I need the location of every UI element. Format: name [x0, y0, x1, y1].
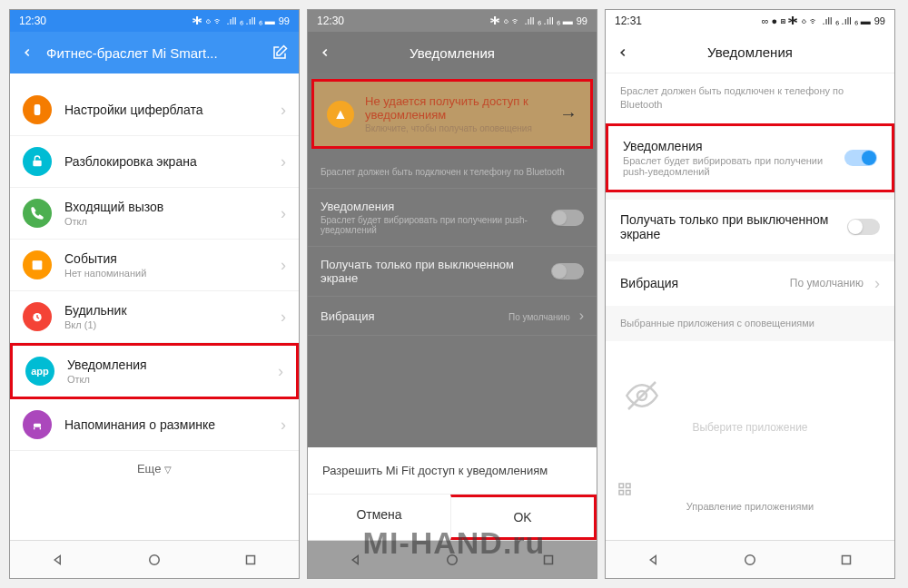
svg-point-10 — [448, 554, 458, 564]
setting-title: Уведомления — [623, 139, 834, 153]
svg-rect-7 — [40, 427, 41, 430]
settings-content: Браслет должен быть подключен к телефону… — [606, 74, 894, 540]
back-icon[interactable] — [319, 46, 331, 59]
unlock-icon — [23, 147, 52, 176]
item-label: Напоминания о разминке — [64, 417, 268, 432]
phone-icon — [23, 199, 52, 228]
item-label: События — [64, 251, 268, 266]
svg-rect-19 — [843, 555, 851, 564]
calendar-icon — [23, 250, 52, 279]
item-events[interactable]: СобытияНет напоминаний › — [10, 240, 299, 291]
time: 12:30 — [317, 15, 344, 27]
nav-back-icon[interactable] — [50, 552, 66, 568]
svg-rect-14 — [619, 484, 624, 488]
nav-back-icon[interactable] — [646, 552, 662, 568]
setting-sub: Браслет будет вибрировать при получении … — [623, 155, 834, 177]
row-screenoff[interactable]: Получать только при выключенном экране — [606, 200, 894, 254]
edit-icon[interactable] — [271, 44, 288, 61]
page-title: Фитнес-браслет Mi Smart... — [46, 45, 259, 61]
eye-off-icon — [624, 377, 876, 414]
ok-button[interactable]: OK — [450, 495, 597, 540]
chevron-right-icon: › — [278, 362, 283, 381]
cancel-button[interactable]: Отмена — [308, 495, 450, 540]
nav-back-icon[interactable] — [348, 552, 364, 568]
permission-dialog: Разрешить Mi Fit доступ к уведомлениям О… — [308, 447, 597, 540]
nav-bar — [308, 540, 597, 578]
time: 12:31 — [615, 15, 642, 27]
row-screenoff: Получать только при выключенном экране — [308, 247, 597, 297]
item-sub: Откл — [67, 374, 265, 385]
alert-sub: Включите, чтобы получать оповещения — [365, 123, 548, 133]
setting-value: По умолчанию — [790, 277, 864, 289]
item-sub: Нет напоминаний — [64, 268, 268, 279]
back-icon[interactable] — [617, 46, 629, 59]
item-idle[interactable]: Напоминания о разминке › — [10, 399, 299, 451]
setting-title: Вибрация — [620, 276, 779, 290]
svg-rect-11 — [545, 555, 553, 564]
item-sub: Вкл (1) — [64, 319, 268, 330]
svg-rect-17 — [627, 491, 631, 495]
item-label: Разблокировка экрана — [64, 154, 268, 169]
alert-title: Не удается получить доступ к уведомления… — [365, 94, 548, 122]
more-button[interactable]: Еще ▽ — [10, 451, 299, 486]
chevron-right-icon: › — [281, 416, 286, 435]
chair-icon — [23, 410, 52, 439]
back-icon[interactable] — [21, 46, 34, 59]
access-alert[interactable]: ▲ Не удается получить доступ к уведомлен… — [311, 79, 593, 149]
empty-state: Выберите приложение — [606, 341, 894, 470]
toggle-notifications[interactable] — [844, 150, 877, 166]
nav-home-icon[interactable] — [742, 552, 758, 568]
item-call[interactable]: Входящий вызовОткл › — [10, 188, 299, 240]
chevron-right-icon: › — [281, 152, 286, 172]
row-notifications[interactable]: Уведомления Браслет будет вибрировать пр… — [606, 123, 894, 192]
nav-recent-icon[interactable] — [838, 552, 854, 568]
screen-2: 12:30 ✱ ⊙ ᯤ .ıll ₆ .ıll ₆ ▬ 99 Уведомлен… — [307, 9, 597, 579]
bluetooth-info: Браслет должен быть подключен к телефону… — [606, 74, 894, 123]
page-title: Уведомления — [344, 45, 560, 61]
svg-rect-16 — [619, 491, 624, 495]
nav-home-icon[interactable] — [444, 552, 460, 568]
item-notifications[interactable]: app УведомленияОткл › — [10, 343, 299, 399]
item-watchface[interactable]: Настройки циферблата › — [10, 84, 299, 136]
dialog-message: Разрешить Mi Fit доступ к уведомлениям — [308, 447, 597, 494]
item-unlock[interactable]: Разблокировка экрана › — [10, 136, 299, 188]
row-vibration: Вибрация По умолчанию › — [308, 297, 597, 336]
nav-bar — [10, 540, 299, 578]
row-vibration[interactable]: Вибрация По умолчанию › — [606, 261, 894, 306]
manage-label: Управление приложениями — [617, 501, 883, 512]
toggle — [551, 263, 584, 279]
manage-apps-button[interactable]: Управление приложениями — [606, 470, 894, 523]
header: Уведомления — [308, 32, 597, 74]
item-label: Будильник — [64, 303, 268, 318]
empty-text: Выберите приложение — [624, 421, 876, 434]
svg-point-18 — [745, 554, 755, 564]
svg-rect-0 — [35, 104, 41, 115]
item-alarm[interactable]: БудильникВкл (1) › — [10, 291, 299, 343]
item-label: Уведомления — [67, 358, 265, 372]
item-label: Входящий вызов — [64, 200, 268, 214]
nav-recent-icon[interactable] — [540, 552, 557, 568]
nav-bar — [606, 540, 894, 578]
header: Фитнес-браслет Mi Smart... — [10, 32, 299, 74]
setting-title: Получать только при выключенном экране — [620, 212, 836, 241]
status-icons: ✱ ⊙ ᯤ .ıll ₆ .ıll ₆ ▬ 99 — [192, 15, 290, 27]
app-icon: app — [25, 357, 54, 386]
chevron-right-icon: › — [281, 308, 286, 327]
screen-3: 12:31 ∞ ● ▣ ✱ ⊙ ᯤ .ıll ₆ .ıll ₆ ▬ 99 Уве… — [605, 9, 895, 579]
status-bar: 12:30 ✱ ⊙ ᯤ .ıll ₆ .ıll ₆ ▬ 99 — [10, 10, 299, 32]
chevron-right-icon: › — [874, 274, 880, 293]
svg-point-8 — [150, 554, 160, 564]
status-bar: 12:30 ✱ ⊙ ᯤ .ıll ₆ .ıll ₆ ▬ 99 — [308, 10, 597, 32]
row-notifications: УведомленияБраслет будет вибрировать при… — [308, 189, 597, 247]
header: Уведомления — [606, 32, 894, 74]
chevron-right-icon: › — [281, 204, 286, 223]
arrow-right-icon: → — [559, 103, 577, 124]
toggle-screenoff[interactable] — [847, 219, 880, 235]
nav-recent-icon[interactable] — [242, 552, 259, 568]
item-label: Настройки циферблата — [64, 103, 268, 117]
svg-rect-6 — [34, 427, 35, 430]
page-title: Уведомления — [642, 44, 858, 60]
grid-icon — [617, 481, 883, 497]
nav-home-icon[interactable] — [146, 552, 163, 568]
section-header: Выбранные приложения с оповещениями — [606, 306, 894, 341]
